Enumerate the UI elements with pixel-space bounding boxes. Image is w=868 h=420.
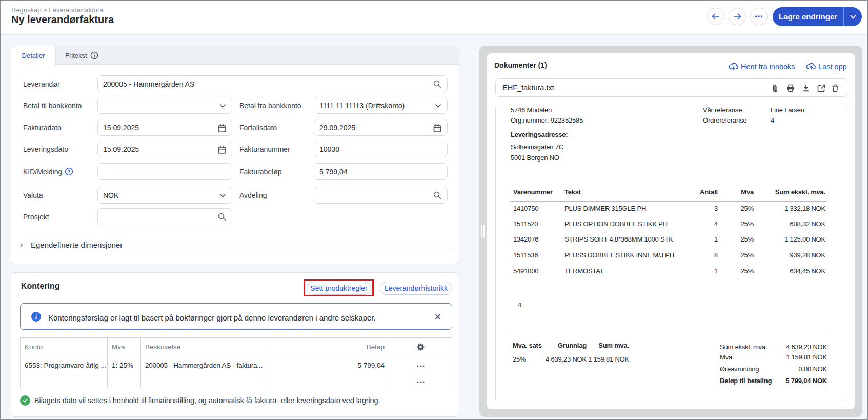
- svg-text:?: ?: [68, 169, 71, 174]
